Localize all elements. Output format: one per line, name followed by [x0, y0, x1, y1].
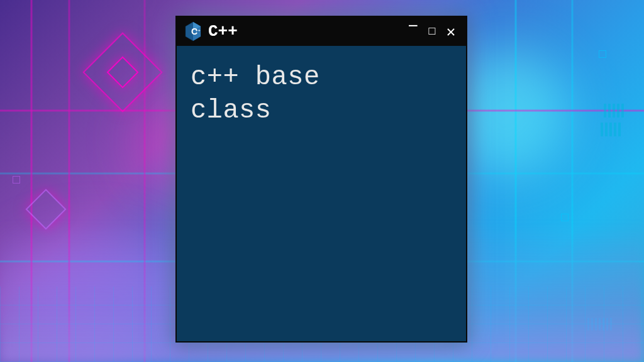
window-controls: − □ ✕ [406, 24, 458, 39]
close-button[interactable]: ✕ [443, 24, 458, 39]
circuit-node [599, 50, 606, 58]
minimize-button[interactable]: − [406, 24, 421, 39]
titlebar[interactable]: C + + C++ − □ ✕ [177, 17, 466, 46]
content-line: c++ base [191, 61, 452, 94]
terminal-window: C + + C++ − □ ✕ c++ base class [175, 16, 467, 343]
circuit-node [13, 176, 20, 184]
window-title: C++ [208, 22, 399, 41]
circuit-node [561, 214, 569, 221]
svg-text:+: + [198, 28, 201, 32]
cpp-logo-icon: C + + [184, 21, 202, 41]
circuit-chip [601, 123, 622, 136]
maximize-button[interactable]: □ [425, 24, 440, 39]
terminal-content: c++ base class [177, 46, 466, 142]
content-line: class [191, 94, 452, 128]
circuit-chip [604, 104, 625, 118]
